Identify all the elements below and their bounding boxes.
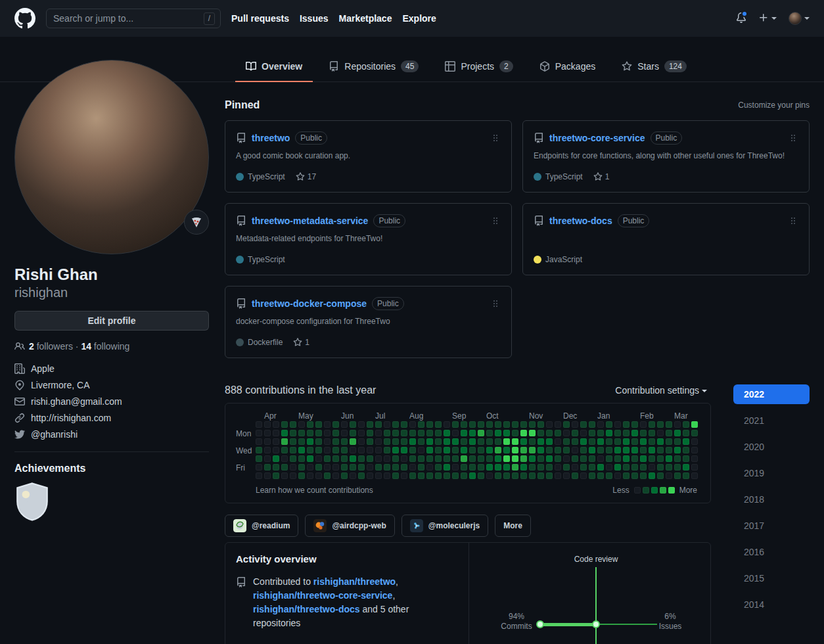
contribution-cell[interactable]	[674, 464, 681, 471]
contribution-cell[interactable]	[461, 464, 467, 471]
contribution-cell[interactable]	[580, 421, 587, 428]
contribution-cell[interactable]	[614, 447, 621, 453]
contribution-cell[interactable]	[375, 455, 382, 462]
contribution-cell[interactable]	[546, 464, 553, 471]
contribution-cell[interactable]	[444, 421, 450, 428]
contribution-cell[interactable]	[683, 472, 689, 479]
contribution-cell[interactable]	[538, 421, 544, 428]
contribution-cell[interactable]	[589, 472, 595, 479]
contribution-cell[interactable]	[478, 455, 484, 462]
profile-avatar[interactable]	[14, 60, 209, 254]
contribution-cell[interactable]	[375, 438, 382, 445]
contribution-cell[interactable]	[307, 447, 313, 453]
contribution-cell[interactable]	[606, 421, 612, 428]
contribution-cell[interactable]	[580, 472, 587, 479]
contribution-cell[interactable]	[409, 438, 416, 445]
contribution-cell[interactable]	[315, 447, 322, 453]
year-2022[interactable]: 2022	[733, 384, 810, 404]
contribution-cell[interactable]	[691, 464, 698, 471]
contribution-cell[interactable]	[461, 438, 467, 445]
contribution-cell[interactable]	[649, 421, 655, 428]
contribution-cell[interactable]	[290, 455, 296, 462]
contribution-cell[interactable]	[666, 464, 672, 471]
contribution-cell[interactable]	[384, 421, 390, 428]
contribution-cell[interactable]	[666, 447, 672, 453]
contribution-cell[interactable]	[367, 430, 373, 436]
contribution-cell[interactable]	[657, 430, 664, 436]
contribution-cell[interactable]	[452, 472, 459, 479]
status-badge[interactable]	[184, 210, 209, 235]
github-logo[interactable]	[14, 8, 35, 29]
contribution-cell[interactable]	[444, 447, 450, 453]
org-airdcpp-web[interactable]: @airdcpp-web	[305, 515, 394, 537]
contribution-cell[interactable]	[435, 438, 442, 445]
contribution-cell[interactable]	[401, 447, 407, 453]
contribution-cell[interactable]	[409, 447, 416, 453]
contribution-cell[interactable]	[435, 430, 442, 436]
contribution-cell[interactable]	[426, 455, 433, 462]
contribution-cell[interactable]	[298, 472, 305, 479]
contribution-cell[interactable]	[256, 438, 262, 445]
contribution-cell[interactable]	[264, 438, 271, 445]
contribution-cell[interactable]	[315, 455, 322, 462]
contribution-cell[interactable]	[264, 455, 271, 462]
contribution-cell[interactable]	[418, 447, 424, 453]
contribution-cell[interactable]	[324, 464, 331, 471]
contribution-cell[interactable]	[256, 455, 262, 462]
year-2021[interactable]: 2021	[733, 411, 810, 430]
contribution-cell[interactable]	[495, 455, 501, 462]
contribution-cell[interactable]	[546, 472, 553, 479]
contribution-cell[interactable]	[452, 430, 459, 436]
contribution-cell[interactable]	[640, 464, 647, 471]
profile-detail-mail[interactable]: rishi.ghan@gmail.com	[14, 396, 209, 407]
contribution-cell[interactable]	[307, 455, 313, 462]
contribution-cell[interactable]	[614, 472, 621, 479]
contribution-cell[interactable]	[572, 438, 578, 445]
contribution-cell[interactable]	[307, 472, 313, 479]
contribution-cell[interactable]	[478, 464, 484, 471]
contribution-cell[interactable]	[640, 430, 647, 436]
orgs-more-button[interactable]: More	[495, 515, 531, 537]
drag-handle[interactable]	[788, 133, 798, 143]
contribution-cell[interactable]	[597, 447, 604, 453]
contribution-cell[interactable]	[426, 447, 433, 453]
contribution-cell[interactable]	[478, 421, 484, 428]
contribution-cell[interactable]	[538, 438, 544, 445]
contribution-cell[interactable]	[478, 430, 484, 436]
contribution-cell[interactable]	[367, 455, 373, 462]
contribution-cell[interactable]	[341, 438, 348, 445]
drag-handle[interactable]	[788, 216, 798, 226]
contribution-cell[interactable]	[324, 438, 331, 445]
contribution-cell[interactable]	[273, 447, 279, 453]
contribution-cell[interactable]	[401, 472, 407, 479]
contribution-cell[interactable]	[674, 455, 681, 462]
profile-detail-link[interactable]: http://rishighan.com	[14, 413, 209, 423]
contribution-cell[interactable]	[264, 430, 271, 436]
contribution-cell[interactable]	[358, 430, 365, 436]
drag-handle[interactable]	[490, 133, 501, 143]
contribution-cell[interactable]	[315, 421, 322, 428]
contribution-cell[interactable]	[563, 421, 570, 428]
contribution-cell[interactable]	[520, 421, 527, 428]
repo-stars[interactable]: 1	[293, 338, 309, 347]
contribution-cell[interactable]	[341, 472, 348, 479]
contributed-repo-rishighan-threetwo-core-service[interactable]: rishighan/threetwo-core-service	[253, 590, 392, 601]
contribution-cell[interactable]	[572, 430, 578, 436]
contribution-cell[interactable]	[426, 464, 433, 471]
year-2016[interactable]: 2016	[733, 542, 810, 562]
contribution-cell[interactable]	[358, 472, 365, 479]
contribution-cell[interactable]	[315, 430, 322, 436]
contribution-cell[interactable]	[666, 472, 672, 479]
contribution-cell[interactable]	[503, 455, 510, 462]
contribution-cell[interactable]	[392, 472, 399, 479]
contribution-cell[interactable]	[563, 430, 570, 436]
contribution-cell[interactable]	[529, 472, 536, 479]
contribution-cell[interactable]	[401, 455, 407, 462]
contribution-cell[interactable]	[358, 455, 365, 462]
contribution-cell[interactable]	[350, 455, 356, 462]
contribution-cell[interactable]	[281, 447, 288, 453]
customize-pins-link[interactable]: Customize your pins	[738, 101, 810, 110]
learn-contributions-link[interactable]: Learn how we count contributions	[256, 486, 373, 495]
contribution-cell[interactable]	[392, 421, 399, 428]
contribution-cell[interactable]	[273, 464, 279, 471]
